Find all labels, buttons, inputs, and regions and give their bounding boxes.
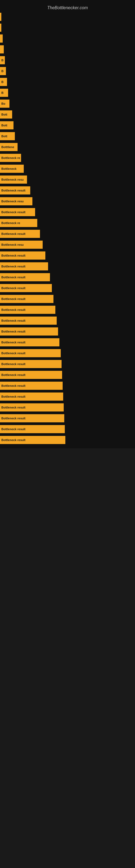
bar-row: [0, 12, 135, 22]
bar-label: Bottleneck resu: [1, 178, 24, 181]
bar-label: Bottleneck result: [1, 254, 26, 257]
bar-label: Bottleneck result: [1, 189, 26, 192]
bar: Bottleneck result: [0, 273, 50, 281]
bar-label: Bottleneck resu: [1, 243, 24, 246]
bar: Bottleneck resu: [0, 176, 27, 184]
bar-row: Bottleneck resu: [0, 240, 135, 250]
bar-label: B: [1, 91, 3, 94]
bar-row: Bottleneck result: [0, 424, 135, 434]
bar-row: Bottleneck result: [0, 326, 135, 337]
bar: Bottleneck result: [0, 349, 61, 357]
bar: Bottleneck result: [0, 425, 65, 433]
bar-label: Bottleneck result: [1, 211, 26, 214]
bar: Bottleneck result: [0, 262, 48, 271]
bar-row: Bott: [0, 120, 135, 130]
bar-label: Bottleneck result: [1, 265, 26, 268]
bar-label: Bott: [1, 134, 7, 138]
bar-label: Bott: [1, 113, 7, 116]
bar-row: Bottleneck result: [0, 229, 135, 239]
bar-label: Bottleneck result: [1, 428, 26, 431]
bar-label: Bottleneck result: [1, 362, 26, 366]
bar-label: Bottleneck result: [1, 276, 26, 279]
bar-row: B: [0, 66, 135, 76]
bar-label: B: [1, 80, 3, 84]
bar-row: B: [0, 88, 135, 98]
bar-row: Bottleneck result: [0, 294, 135, 304]
bar-label: Bottleneck result: [1, 351, 26, 355]
bar-label: Bottleneck result: [1, 297, 26, 301]
bar: Bottleneck result: [0, 414, 64, 422]
site-title: TheBottlenecker.com: [0, 3, 135, 12]
bar-row: B: [0, 55, 135, 65]
bar: [0, 45, 4, 54]
bar-row: Bottleneck result: [0, 359, 135, 369]
bar-row: Bottleneck re: [0, 218, 135, 228]
bar-row: [0, 44, 135, 55]
bar-label: Bottleneck result: [1, 373, 26, 376]
bar-row: Bottleneck result: [0, 185, 135, 195]
bar-row: Bottleneck result: [0, 250, 135, 261]
bar: Bo: [0, 99, 9, 108]
bar: Bottleneck re: [0, 219, 37, 227]
bar: Bottleneck result: [0, 306, 55, 314]
bar: B: [0, 56, 5, 64]
bar-row: Bottleneck result: [0, 283, 135, 293]
bars-container: BBBBBoBottBottBottBotttleneBottleneck re…: [0, 12, 135, 445]
bar: Bottleneck result: [0, 295, 53, 303]
bar-row: Bottleneck: [0, 163, 135, 174]
bar-row: Bottleneck result: [0, 305, 135, 315]
bar-row: Bottleneck result: [0, 337, 135, 347]
bar: B: [0, 78, 7, 86]
bar-row: Bottleneck re: [0, 153, 135, 163]
bar-label: Bottleneck result: [1, 395, 26, 398]
bar-label: Bottleneck result: [1, 232, 26, 236]
bar-row: Bottleneck result: [0, 402, 135, 412]
bar-label: Bo: [1, 102, 5, 105]
bar-row: Bottleneck result: [0, 272, 135, 282]
bar-row: Botttlene: [0, 142, 135, 152]
bar: [0, 13, 1, 21]
bar-label: Bottleneck result: [1, 416, 26, 420]
bar-row: Bo: [0, 98, 135, 109]
bar: Bottleneck result: [0, 403, 64, 411]
bar-row: Bottleneck result: [0, 380, 135, 391]
bar: [0, 34, 3, 42]
bar-row: Bott: [0, 131, 135, 141]
bar-label: Bottleneck resu: [1, 199, 24, 203]
bar-label: Bottleneck result: [1, 384, 26, 388]
bar-row: Bottleneck resu: [0, 196, 135, 207]
bar: Bott: [0, 132, 15, 140]
bar-label: Bottleneck result: [1, 308, 26, 311]
bar-label: Bottleneck result: [1, 319, 26, 322]
bar: Bottleneck result: [0, 371, 62, 379]
bar: Bottleneck result: [0, 382, 63, 390]
bar-label: Botttlene: [1, 145, 14, 149]
bar: Bott: [0, 121, 13, 129]
bar: Bottleneck result: [0, 208, 35, 216]
bar: Bottleneck result: [0, 360, 61, 368]
bar-label: Bottleneck result: [1, 330, 26, 333]
bar: Bottleneck result: [0, 284, 52, 292]
bar: Bottleneck result: [0, 393, 63, 401]
bar-row: Bottleneck result: [0, 392, 135, 402]
bar-row: [0, 23, 135, 33]
bar-label: Bottleneck result: [1, 438, 26, 442]
bar-label: B: [1, 59, 3, 62]
bar: Bottleneck result: [0, 436, 65, 444]
bar: B: [0, 89, 8, 97]
bar-row: Bottleneck result: [0, 435, 135, 445]
bar-row: Bott: [0, 109, 135, 120]
bar: Bottleneck resu: [0, 197, 32, 205]
bar-row: Bottleneck result: [0, 207, 135, 217]
bar-label: Bottleneck: [1, 167, 16, 170]
bar-label: Bottleneck result: [1, 341, 26, 344]
bar: [0, 24, 1, 32]
bar: Bottleneck result: [0, 251, 45, 259]
chart-area: TheBottlenecker.com BBBBBoBottBottBottBo…: [0, 0, 135, 448]
bar: Bottleneck result: [0, 328, 58, 336]
bar-row: B: [0, 77, 135, 87]
bar-label: Bottleneck re: [1, 156, 20, 159]
bar: Bott: [0, 111, 12, 119]
bar-row: Bottleneck resu: [0, 175, 135, 185]
bar-label: Bottleneck result: [1, 406, 26, 409]
